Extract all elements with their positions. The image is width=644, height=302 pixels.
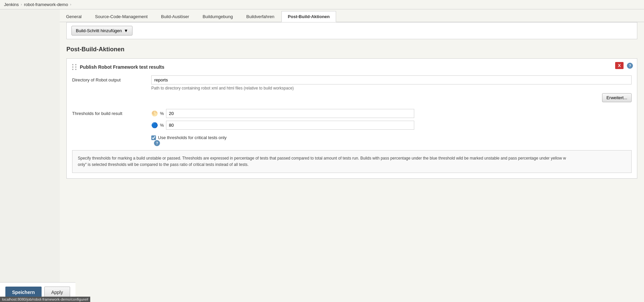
drag-dot	[75, 66, 76, 68]
critical-only-label: Use thresholds for critical tests only	[158, 135, 226, 140]
info-text-2: only" is selected thresholds will be com…	[78, 162, 249, 167]
directory-control-wrap: Path to directory containing robot xml a…	[151, 75, 632, 105]
yellow-pct: %	[160, 111, 164, 116]
breadcrumb-jenkins[interactable]: Jenkins	[4, 2, 19, 7]
blue-threshold-row: 🔵 %	[151, 121, 632, 130]
content-area: Build-Schritt hinzufügen ▼ Post-Build-Ak…	[60, 22, 644, 185]
save-button[interactable]: Speichern	[5, 287, 42, 298]
info-box: Specify thresholds for marking a build u…	[72, 150, 632, 173]
blue-icon: 🔵	[151, 122, 158, 128]
main-container: General Source-Code-Management Build-Aus…	[60, 9, 644, 302]
add-build-step-label: Build-Schritt hinzufügen	[76, 28, 122, 33]
directory-hint: Path to directory containing robot xml a…	[151, 86, 632, 90]
yellow-threshold-input[interactable]	[166, 109, 414, 118]
tab-general[interactable]: General	[60, 11, 88, 22]
drag-dot	[72, 66, 73, 68]
drag-dot	[75, 69, 76, 70]
directory-label: Directory of Robot output	[72, 75, 146, 82]
tab-build-triggers[interactable]: Build-Auslöser	[155, 11, 196, 22]
breadcrumb-sep-1: ›	[21, 3, 22, 6]
critical-only-checkbox[interactable]	[151, 135, 156, 140]
plugin-help-icon[interactable]: ?	[627, 63, 633, 69]
drag-handle[interactable]	[72, 64, 77, 70]
tab-scm[interactable]: Source-Code-Management	[89, 11, 154, 22]
dropdown-arrow-icon: ▼	[124, 28, 128, 33]
thresholds-control-wrap: 🌕 % 🔵 %	[151, 109, 632, 146]
thresholds-row: Thresholds for build result 🌕 % �	[72, 109, 632, 146]
tab-build-env[interactable]: Buildumgebung	[196, 11, 239, 22]
checkbox-row: Use thresholds for critical tests only	[151, 135, 632, 140]
yellow-threshold-row: 🌕 %	[151, 109, 632, 118]
tab-post-build[interactable]: Post-Build-Aktionen	[281, 11, 336, 22]
directory-input[interactable]	[151, 75, 632, 84]
plugin-card: X ? Publish Robot Framework test results	[66, 58, 637, 179]
delete-button[interactable]: X	[615, 62, 624, 69]
drag-dot	[75, 64, 76, 65]
directory-row: Directory of Robot output Path to direct…	[72, 75, 632, 105]
advanced-btn-area: Erweitert...	[151, 93, 632, 102]
drag-dot	[72, 64, 73, 65]
plugin-header: Publish Robot Framework test results	[72, 64, 632, 70]
breadcrumb-project[interactable]: robot-framework-demo	[24, 2, 68, 7]
url-bar: localhost:8080/job/robot-framework-demo/…	[0, 297, 90, 302]
add-build-step-button[interactable]: Build-Schritt hinzufügen ▼	[71, 26, 132, 36]
info-text-1: Specify thresholds for marking a build u…	[78, 156, 566, 161]
advanced-button[interactable]: Erweitert...	[602, 93, 632, 102]
plugin-title: Publish Robot Framework test results	[80, 64, 164, 70]
apply-button[interactable]: Apply	[44, 287, 70, 298]
breadcrumb: Jenkins › robot-framework-demo ›	[0, 0, 644, 9]
tabs-bar: General Source-Code-Management Build-Aus…	[60, 9, 644, 22]
threshold-group: 🌕 % 🔵 %	[151, 109, 632, 140]
thresholds-help-icon[interactable]: ?	[154, 140, 160, 146]
section-title: Post-Build-Aktionen	[66, 46, 637, 53]
thresholds-label: Thresholds for build result	[72, 109, 146, 116]
breadcrumb-sep-2: ›	[70, 3, 71, 6]
blue-threshold-input[interactable]	[166, 121, 414, 130]
post-build-section: Post-Build-Aktionen X ?	[66, 46, 637, 179]
tab-buildverfahren[interactable]: Buildverfahren	[240, 11, 281, 22]
yellow-icon: 🌕	[151, 110, 158, 117]
build-step-area: Build-Schritt hinzufügen ▼	[66, 22, 637, 39]
blue-pct: %	[160, 123, 164, 128]
drag-dot	[72, 69, 73, 70]
